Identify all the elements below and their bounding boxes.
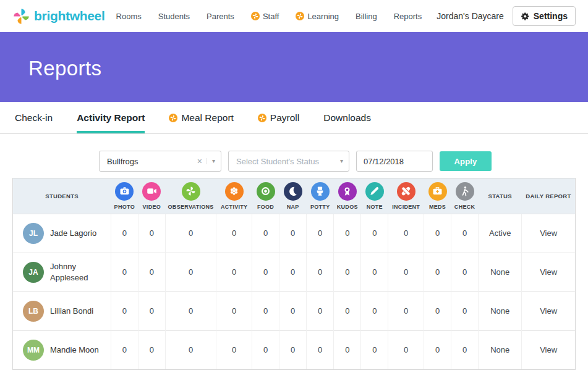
tab-downloads[interactable]: Downloads — [323, 102, 371, 133]
activity-flower-icon — [225, 182, 244, 201]
column-label: FOOD — [252, 204, 279, 210]
column-header-kudos: KUDOS — [334, 178, 361, 214]
count-photo: 0 — [111, 214, 138, 253]
student-name-cell: JAJohnny Appleseed — [13, 253, 111, 291]
count-check: 0 — [451, 214, 479, 253]
settings-label: Settings — [534, 11, 568, 21]
brand-logo[interactable]: brightwheel — [12, 7, 105, 25]
nap-moon-icon — [284, 182, 302, 201]
view-report-link[interactable]: View — [522, 330, 575, 369]
potty-toilet-icon — [311, 182, 330, 201]
count-activity: 0 — [216, 214, 252, 253]
count-meds: 0 — [424, 253, 451, 291]
apply-button[interactable]: Apply — [440, 151, 492, 171]
students-column-header: STUDENTS — [13, 178, 111, 214]
nav-item-rooms[interactable]: Rooms — [116, 12, 142, 21]
student-status-select[interactable]: Select Student's Status ▾ — [228, 151, 349, 172]
view-report-link[interactable]: View — [522, 291, 575, 330]
student-name: Johnny Appleseed — [50, 261, 110, 283]
tab-label: Meal Report — [181, 112, 233, 124]
count-food: 0 — [252, 214, 279, 253]
count-photo: 0 — [111, 291, 138, 330]
chevron-down-icon: ▾ — [340, 158, 343, 164]
view-report-link[interactable]: View — [522, 253, 575, 291]
report-tabs: Check-inActivity ReportMeal ReportPayrol… — [0, 102, 588, 134]
count-note: 0 — [361, 330, 388, 369]
column-header-activity: ACTIVITY — [216, 178, 252, 214]
tab-label: Downloads — [323, 112, 371, 124]
brand-name: brightwheel — [34, 9, 105, 23]
column-header-video: VIDEO — [138, 178, 165, 214]
count-check: 0 — [451, 330, 479, 369]
column-label: MEDS — [424, 204, 451, 210]
tab-check-in[interactable]: Check-in — [15, 102, 53, 133]
student-row: JAJohnny Appleseed000000000000NoneView — [13, 253, 575, 291]
nav-item-reports[interactable]: Reports — [394, 12, 422, 21]
student-row: LBLillian Bondi000000000000NoneView — [13, 291, 575, 330]
table-header-row: STUDENTS PHOTOVIDEOOBSERVATIONSACTIVITYF… — [13, 178, 575, 214]
gear-icon — [521, 12, 530, 21]
student-status: Active — [479, 214, 522, 253]
nav-item-label: Parents — [207, 12, 234, 21]
daily-report-column-header: DAILY REPORT — [522, 178, 575, 214]
count-food: 0 — [252, 291, 279, 330]
status-column-header: STATUS — [479, 178, 522, 214]
pinwheel-badge-icon — [169, 114, 177, 122]
count-kudos: 0 — [334, 214, 361, 253]
column-header-nap: NAP — [279, 178, 307, 214]
student-avatar: MM — [23, 340, 44, 361]
count-video: 0 — [138, 253, 165, 291]
count-activity: 0 — [216, 253, 252, 291]
kudos-ribbon-icon — [338, 182, 357, 201]
settings-button[interactable]: Settings — [513, 6, 576, 26]
clear-icon[interactable]: × — [197, 156, 202, 166]
student-name-cell: JLJade Lagorio — [13, 214, 111, 253]
student-name: Lillian Bondi — [50, 306, 93, 317]
count-video: 0 — [138, 291, 165, 330]
tab-meal-report[interactable]: Meal Report — [169, 102, 233, 133]
video-camera-icon — [142, 182, 161, 201]
column-label: VIDEO — [138, 204, 165, 210]
count-food: 0 — [252, 330, 279, 369]
count-observations: 0 — [165, 291, 216, 330]
column-header-meds: MEDS — [424, 178, 451, 214]
count-incident: 0 — [388, 253, 424, 291]
account-name: Jordan's Daycare — [437, 11, 504, 21]
column-header-food: FOOD — [252, 178, 279, 214]
date-input[interactable] — [356, 151, 433, 172]
count-food: 0 — [252, 253, 279, 291]
nav-item-label: Staff — [263, 12, 279, 21]
photo-camera-icon — [115, 182, 134, 201]
count-potty: 0 — [307, 253, 334, 291]
count-note: 0 — [361, 214, 388, 253]
nav-item-parents[interactable]: Parents — [207, 12, 234, 21]
room-select[interactable]: Bullfrogs × ▾ — [99, 151, 221, 172]
column-label: PHOTO — [111, 204, 138, 210]
student-row: MMMandie Moon000000000000NoneView — [13, 330, 575, 369]
nav-item-staff[interactable]: Staff — [251, 12, 279, 21]
tab-activity-report[interactable]: Activity Report — [77, 102, 145, 133]
count-check: 0 — [451, 291, 479, 330]
nav-item-learning[interactable]: Learning — [296, 12, 339, 21]
column-header-photo: PHOTO — [111, 178, 138, 214]
nav-item-billing[interactable]: Billing — [356, 12, 377, 21]
student-avatar: LB — [23, 301, 44, 322]
nav-right: Jordan's Daycare Settings — [437, 6, 576, 26]
check-walker-icon — [456, 182, 474, 201]
observations-pinwheel-icon — [182, 182, 200, 201]
top-nav: brightwheel RoomsStudentsParentsStaffLea… — [0, 0, 588, 32]
count-meds: 0 — [424, 214, 451, 253]
note-pencil-icon — [365, 182, 384, 201]
student-name: Mandie Moon — [50, 345, 99, 356]
count-observations: 0 — [165, 330, 216, 369]
nav-item-students[interactable]: Students — [158, 12, 190, 21]
count-kudos: 0 — [334, 291, 361, 330]
count-photo: 0 — [111, 330, 138, 369]
tab-payroll[interactable]: Payroll — [258, 102, 299, 133]
nav-item-label: Billing — [356, 12, 377, 21]
count-potty: 0 — [307, 330, 334, 369]
student-row: JLJade Lagorio000000000000ActiveView — [13, 214, 575, 253]
count-activity: 0 — [216, 330, 252, 369]
view-report-link[interactable]: View — [522, 214, 575, 253]
count-incident: 0 — [388, 330, 424, 369]
